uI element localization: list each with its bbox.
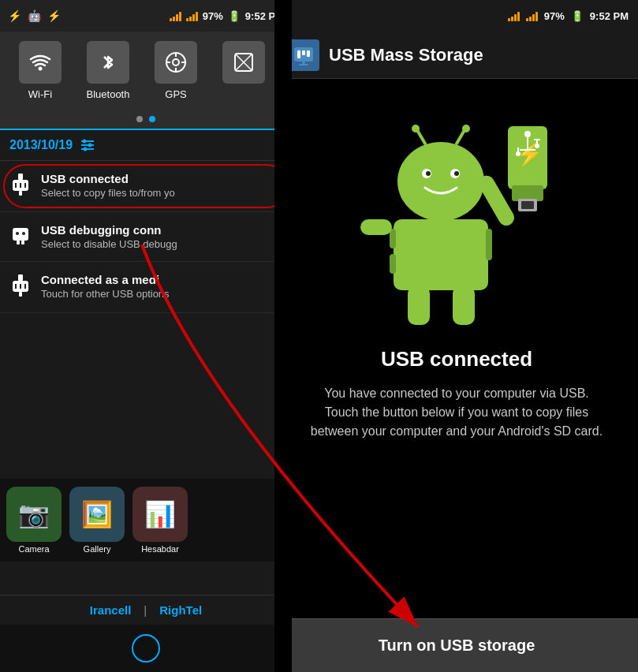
notif-item-media[interactable]: Connected as a medi Touch for other USB … [0,262,292,313]
svg-point-60 [462,125,470,133]
svg-point-56 [454,171,459,176]
usb-connected-icon [9,174,32,200]
svg-point-47 [516,151,520,156]
notif-media-desc: Touch for other USB options [41,288,282,300]
svg-rect-27 [18,274,23,281]
signal-right-1 [508,10,520,21]
svg-rect-22 [13,228,28,241]
notifications-list: USB connected Select to copy files to/fr… [0,161,292,313]
svg-point-52 [397,142,484,221]
gallery-app-label: Gallery [84,544,111,554]
status-bar-right: 97% 🔋 9:52 PM [275,0,638,32]
qs-tile-wifi[interactable]: Wi-Fi [13,41,68,100]
bluetooth-icon-box [87,41,129,84]
usb-connected-title: USB connected [381,347,532,371]
app-camera[interactable]: 📷 Camera [6,487,62,554]
app-hesabdar[interactable]: 📊 Hesabdar [132,487,188,554]
wifi-icon [28,53,52,72]
bar1 [170,18,172,21]
qs-tile-bluetooth[interactable]: Bluetooth [80,41,136,100]
svg-rect-24 [21,241,24,245]
dot-2 [149,116,155,122]
bar1b [186,18,188,21]
panel-divider [274,0,292,672]
usb-icon: ⚡ [8,9,21,22]
svg-rect-36 [307,50,310,57]
app-bar-title: USB Mass Storage [329,45,483,65]
battery-icon-left: 🔋 [228,10,241,22]
rotate-icon-box [222,41,265,84]
usb-icon2: ⚡ [47,9,61,22]
svg-rect-38 [299,64,308,65]
android-illustration: ⚡ [338,103,575,339]
svg-point-15 [84,147,88,151]
battery-left: 97% [203,10,223,22]
qs-tile-gps[interactable]: GPS [148,41,203,100]
svg-line-57 [417,130,425,144]
svg-point-2 [173,59,179,65]
svg-point-45 [524,131,531,137]
app-gallery[interactable]: 🖼️ Gallery [69,487,125,554]
svg-rect-18 [19,191,22,196]
gps-label: GPS [165,88,186,100]
status-icons-left: ⚡ 🤖 ⚡ [8,9,61,22]
svg-rect-63 [390,254,396,274]
signal-bars2 [186,10,198,21]
usb-content: ⚡ [275,79,638,618]
signal-right-2 [526,10,538,21]
home-button[interactable] [132,634,160,663]
bar2b [189,17,192,21]
media-device-icon [9,274,32,301]
svg-rect-68 [453,286,475,325]
svg-rect-35 [302,50,305,55]
notif-item-usb-connected[interactable]: USB connected Select to copy files to/fr… [0,161,292,212]
notif-debug-desc: Select to disable USB debugg [41,238,282,250]
qs-tile-rotate[interactable] [216,41,271,88]
signal-bars [170,10,181,21]
notif-media-content: Connected as a medi Touch for other USB … [41,273,282,300]
usb-description: You have connected to your computer via … [299,384,614,441]
svg-point-13 [83,140,87,144]
battery-icon-right: 🔋 [571,10,584,22]
bluetooth-label: Bluetooth [87,88,130,100]
date-text: 2013/10/19 [9,138,73,152]
status-bar-left: ⚡ 🤖 ⚡ 97% 🔋 9:52 PM [0,0,292,32]
notif-item-usb-debugging[interactable]: USB debugging conn Select to disable USB… [0,212,292,262]
svg-rect-34 [297,50,300,58]
rotate-icon [232,50,256,74]
svg-point-48 [535,144,539,148]
settings-sliders-icon[interactable] [79,136,96,154]
carrier-irancell: Irancell [90,603,132,617]
svg-point-14 [88,144,92,147]
status-right-left: 97% 🔋 9:52 PM [170,10,284,22]
gallery-app-icon: 🖼️ [69,487,125,542]
notif-usb-content: USB connected Select to copy files to/fr… [41,172,282,199]
notif-usb-desc: Select to copy files to/from yo [41,187,282,199]
svg-rect-16 [18,174,23,180]
svg-rect-62 [390,229,396,248]
camera-app-label: Camera [18,544,49,554]
usb-mass-storage-icon [288,39,319,71]
notif-usb-title: USB connected [41,172,282,185]
quick-settings: Wi-Fi Bluetooth GPS [0,32,292,110]
turn-on-usb-button[interactable]: Turn on USB storage [275,618,638,672]
dots-indicator [0,110,292,130]
date-bar: 2013/10/19 [0,130,292,161]
notif-media-title: Connected as a medi [41,273,282,286]
dot-1 [136,116,143,122]
svg-point-26 [22,232,25,235]
svg-rect-23 [17,241,20,245]
svg-point-25 [16,232,19,235]
bluetooth-icon [96,50,120,74]
usb-button-area: Turn on USB storage [275,618,638,672]
svg-rect-29 [19,292,22,297]
wifi-label: Wi-Fi [28,88,52,100]
svg-rect-42 [521,201,534,209]
svg-point-58 [412,125,420,133]
usb-debug-icon [9,225,32,250]
carrier-rightel: RighTel [159,603,202,617]
notif-debug-title: USB debugging conn [41,223,282,237]
android-usb-svg: ⚡ [338,103,575,331]
android-debug-icon: 🤖 [28,9,41,22]
wifi-icon-box [19,41,62,84]
